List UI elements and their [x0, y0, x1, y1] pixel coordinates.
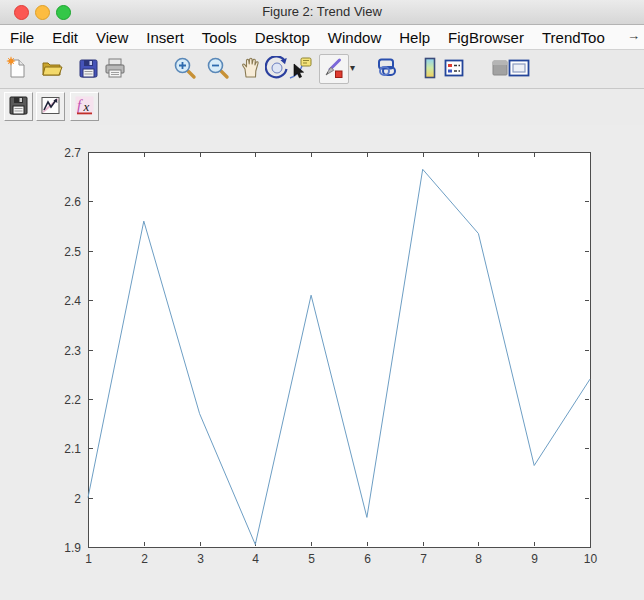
menu-overflow-icon[interactable]: →	[627, 28, 640, 43]
y-tick-label: 2.3	[64, 344, 81, 358]
x-tick-label: 3	[197, 552, 204, 566]
figure-window: Figure 2: Trend View File Edit View Inse…	[0, 0, 644, 600]
menu-figbrowser[interactable]: FigBrowser	[439, 29, 533, 46]
open-file-button[interactable]	[40, 56, 64, 80]
trend-function-button[interactable]: f x	[70, 92, 99, 121]
insert-colorbar-button[interactable]	[418, 56, 442, 80]
trend-save-button[interactable]	[4, 92, 33, 121]
y-tick-label: 1.9	[64, 541, 81, 555]
zoom-in-icon	[173, 56, 197, 80]
menu-view[interactable]: View	[87, 29, 137, 46]
rotate-3d-button[interactable]	[265, 56, 289, 80]
menu-edit[interactable]: Edit	[43, 29, 87, 46]
zoom-in-button[interactable]	[173, 56, 197, 80]
figure-toolbar: ▾	[0, 50, 644, 89]
dock-figure-icon	[507, 56, 531, 80]
data-cursor-button[interactable]	[288, 56, 312, 80]
y-tick-label: 2.4	[64, 294, 81, 308]
x-tick-label: 7	[420, 552, 427, 566]
zoom-out-icon	[206, 56, 230, 80]
menu-trendtools[interactable]: TrendToo	[533, 29, 614, 46]
brush-icon	[321, 56, 345, 80]
y-tick-label: 2	[74, 492, 81, 506]
x-tick-label: 10	[584, 552, 598, 566]
trend-plot-button[interactable]	[36, 92, 65, 121]
menu-tools[interactable]: Tools	[193, 29, 246, 46]
x-tick-label: 6	[364, 552, 371, 566]
x-tick-label: 1	[85, 552, 92, 566]
fx-function-icon: f x	[74, 95, 95, 116]
insert-legend-button[interactable]	[442, 56, 466, 80]
x-tick-label: 2	[141, 552, 148, 566]
pan-hand-icon	[239, 56, 263, 80]
print-figure-button[interactable]	[103, 56, 127, 80]
menu-desktop[interactable]: Desktop	[246, 29, 319, 46]
show-plot-tools-dock-button[interactable]	[507, 56, 531, 80]
save-floppy-icon	[76, 56, 100, 80]
legend-icon	[442, 56, 466, 80]
link-chain-icon	[374, 56, 398, 80]
x-tick-label: 5	[308, 552, 315, 566]
title-bar[interactable]: Figure 2: Trend View	[0, 0, 644, 25]
trend-plot-icon	[40, 95, 61, 116]
svg-text:x: x	[83, 99, 90, 114]
new-figure-button[interactable]	[5, 56, 29, 80]
open-folder-icon	[40, 56, 64, 80]
y-tick-label: 2.1	[64, 442, 81, 456]
menu-help[interactable]: Help	[390, 29, 439, 46]
save-floppy-dark-icon	[8, 95, 29, 116]
save-figure-button[interactable]	[76, 56, 100, 80]
menu-insert[interactable]: Insert	[137, 29, 193, 46]
y-tick-label: 2.6	[64, 195, 81, 209]
rotate-3d-icon	[265, 56, 289, 80]
brush-data-button[interactable]	[319, 54, 349, 84]
y-tick-label: 2.5	[64, 245, 81, 259]
colorbar-icon	[418, 56, 442, 80]
x-tick-label: 8	[475, 552, 482, 566]
trendtool-toolbar: f x	[0, 89, 644, 126]
printer-icon	[103, 56, 127, 80]
y-tick-label: 2.7	[64, 146, 81, 160]
zoom-out-button[interactable]	[206, 56, 230, 80]
figure-canvas: 123456789101.922.12.22.32.42.52.62.7	[0, 125, 644, 600]
pan-button[interactable]	[239, 56, 263, 80]
plot-box	[89, 153, 591, 548]
x-tick-label: 4	[252, 552, 259, 566]
data-cursor-icon	[288, 56, 312, 80]
x-tick-label: 9	[531, 552, 538, 566]
menu-bar: File Edit View Insert Tools Desktop Wind…	[0, 25, 644, 50]
menu-window[interactable]: Window	[319, 29, 390, 46]
link-plots-button[interactable]	[374, 56, 398, 80]
menu-file[interactable]: File	[0, 29, 43, 46]
window-title: Figure 2: Trend View	[0, 4, 644, 19]
new-document-icon	[5, 56, 29, 80]
brush-dropdown-arrow[interactable]: ▾	[350, 62, 355, 73]
trend-chart: 123456789101.922.12.22.32.42.52.62.7	[0, 125, 644, 600]
y-tick-label: 2.2	[64, 393, 81, 407]
